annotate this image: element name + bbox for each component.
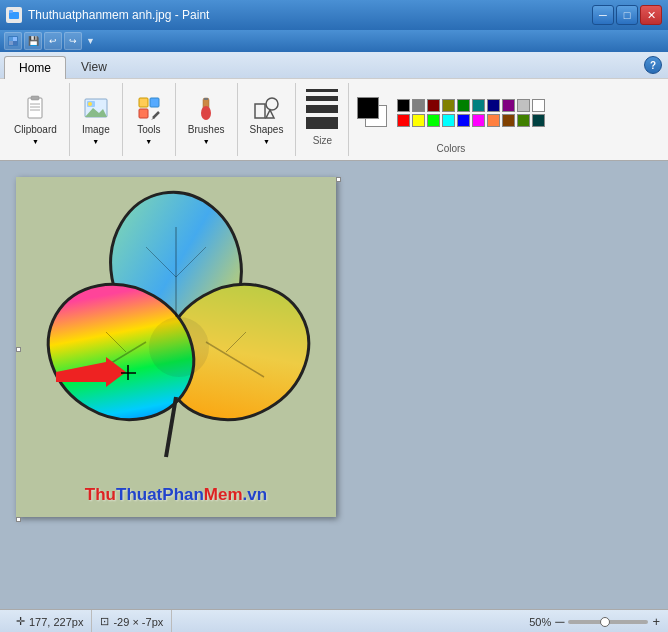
crosshair-icon: ✛ xyxy=(16,615,25,628)
paint-menu-button[interactable] xyxy=(4,32,22,50)
zoom-label: 50% xyxy=(529,616,551,628)
tools-label: Tools xyxy=(137,124,160,136)
zoom-in-button[interactable]: + xyxy=(652,614,660,629)
image-label: Image xyxy=(82,124,110,136)
window-title: Thuthuatphanmem anh.jpg - Paint xyxy=(28,8,209,22)
clipboard-icon xyxy=(21,94,49,122)
paint-canvas: ThuThuatPhanMem.vn xyxy=(16,177,336,517)
svg-point-40 xyxy=(149,317,209,377)
zoom-out-button[interactable]: ─ xyxy=(555,614,564,629)
app-icon xyxy=(6,7,22,23)
resize-handle-corner[interactable] xyxy=(16,517,21,522)
brushes-button[interactable]: Brushes ▼ xyxy=(182,90,231,149)
svg-point-15 xyxy=(88,102,92,106)
image-group: Image ▼ xyxy=(72,83,123,156)
redo-button[interactable]: ↪ xyxy=(64,32,82,50)
svg-rect-0 xyxy=(9,12,19,19)
svg-line-19 xyxy=(153,112,159,118)
svg-rect-23 xyxy=(204,98,208,100)
swatch-maroon[interactable] xyxy=(427,99,440,112)
swatch-magenta[interactable] xyxy=(472,114,485,127)
svg-rect-6 xyxy=(13,41,17,45)
image-icon xyxy=(82,94,110,122)
foreground-color[interactable] xyxy=(357,97,379,119)
size-1[interactable] xyxy=(306,89,338,92)
swatch-olive[interactable] xyxy=(442,99,455,112)
resize-handle-right[interactable] xyxy=(336,177,341,182)
swatch-purple[interactable] xyxy=(502,99,515,112)
tools-buttons: Tools ▼ xyxy=(129,85,169,154)
swatch-lime[interactable] xyxy=(427,114,440,127)
swatch-silver[interactable] xyxy=(517,99,530,112)
help-button[interactable]: ? xyxy=(644,56,662,74)
ribbon: Home View ? C xyxy=(0,52,668,161)
svg-rect-3 xyxy=(9,37,13,41)
clipboard-button[interactable]: Clipboard ▼ xyxy=(8,90,63,149)
image-arrow: ▼ xyxy=(92,138,99,145)
size-buttons xyxy=(302,85,342,133)
swatch-brown[interactable] xyxy=(502,114,515,127)
swatch-red[interactable] xyxy=(397,114,410,127)
dropdown-arrow[interactable]: ▼ xyxy=(86,36,95,46)
swatch-teal[interactable] xyxy=(472,99,485,112)
shapes-label: Shapes xyxy=(250,124,284,136)
brushes-icon xyxy=(192,94,220,122)
zoom-section: 50% ─ + xyxy=(529,614,660,629)
cursor-coords: 177, 227px xyxy=(29,616,83,628)
svg-rect-1 xyxy=(9,10,13,13)
shapes-button[interactable]: Shapes ▼ xyxy=(244,90,290,149)
selection-icon: ⊡ xyxy=(100,615,109,628)
watermark-vn: .vn xyxy=(243,485,268,504)
image-button[interactable]: Image ▼ xyxy=(76,90,116,149)
swatch-cyan[interactable] xyxy=(442,114,455,127)
size-4[interactable] xyxy=(306,117,338,129)
quick-access-toolbar: 💾 ↩ ↪ ▼ xyxy=(0,30,668,52)
watermark: ThuThuatPhanMem.vn xyxy=(85,485,267,505)
clipboard-label: Clipboard xyxy=(14,124,57,136)
swatch-green[interactable] xyxy=(457,99,470,112)
swatch-navy[interactable] xyxy=(487,99,500,112)
active-colors xyxy=(355,95,391,131)
svg-point-22 xyxy=(201,106,211,120)
image-buttons: Image ▼ xyxy=(76,85,116,154)
tab-view[interactable]: View xyxy=(66,55,122,78)
close-button[interactable]: ✕ xyxy=(640,5,662,25)
swatch-black[interactable] xyxy=(397,99,410,112)
size-2[interactable] xyxy=(306,96,338,101)
swatch-yellow[interactable] xyxy=(412,114,425,127)
zoom-slider[interactable] xyxy=(568,620,648,624)
watermark-thuat: Thuat xyxy=(116,485,162,504)
minimize-button[interactable]: ─ xyxy=(592,5,614,25)
swatch-yellow-green[interactable] xyxy=(517,114,530,127)
svg-rect-4 xyxy=(13,37,17,41)
color-swatches-container xyxy=(397,99,546,127)
svg-rect-17 xyxy=(150,98,159,107)
swatch-gray[interactable] xyxy=(412,99,425,112)
size-label: Size xyxy=(313,135,332,146)
size-3[interactable] xyxy=(306,105,338,113)
ribbon-tab-bar: Home View ? xyxy=(0,52,668,78)
swatch-dark-teal[interactable] xyxy=(532,114,545,127)
brushes-group: Brushes ▼ xyxy=(178,83,238,156)
shapes-buttons: Shapes ▼ xyxy=(244,85,290,154)
swatch-blue[interactable] xyxy=(457,114,470,127)
tools-arrow: ▼ xyxy=(145,138,152,145)
swatch-white[interactable] xyxy=(532,99,545,112)
resize-handle-bottom[interactable] xyxy=(16,347,21,352)
tab-home[interactable]: Home xyxy=(4,56,66,79)
tools-button[interactable]: Tools ▼ xyxy=(129,90,169,149)
swatch-orange[interactable] xyxy=(487,114,500,127)
title-bar: Thuthuatphanmem anh.jpg - Paint ─ □ ✕ xyxy=(0,0,668,30)
undo-button[interactable]: ↩ xyxy=(44,32,62,50)
colors-content xyxy=(355,85,546,141)
color-row-2 xyxy=(397,114,546,127)
maximize-button[interactable]: □ xyxy=(616,5,638,25)
ribbon-content: Clipboard ▼ Image xyxy=(0,78,668,160)
brushes-arrow: ▼ xyxy=(203,138,210,145)
save-button[interactable]: 💾 xyxy=(24,32,42,50)
tools-icon xyxy=(135,94,163,122)
shapes-icon xyxy=(252,94,280,122)
colors-label: Colors xyxy=(436,143,465,154)
svg-marker-26 xyxy=(266,110,274,118)
svg-rect-5 xyxy=(9,41,13,45)
